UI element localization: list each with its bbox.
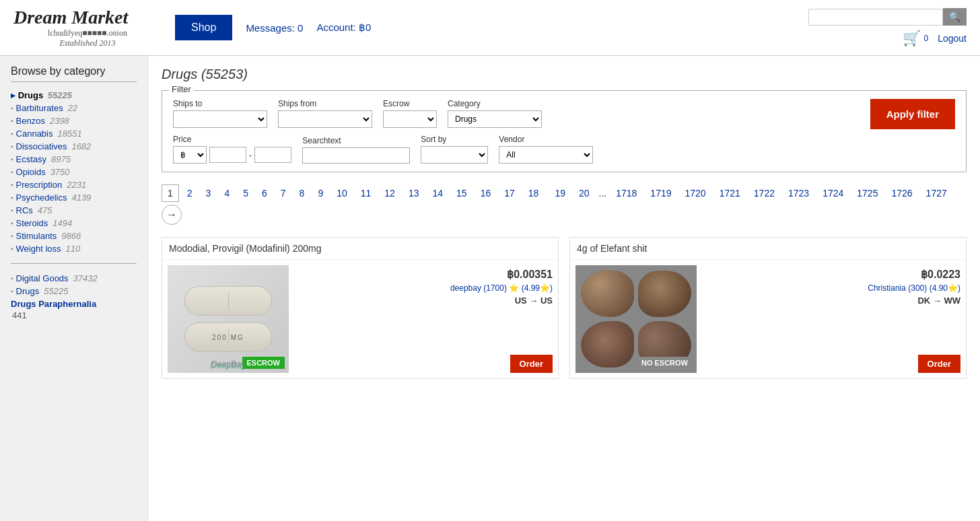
page-link-1719[interactable]: 1719	[645, 185, 676, 201]
price-min-input[interactable]	[209, 147, 246, 163]
sidebar-link-ecstasy[interactable]: Ecstasy	[16, 154, 47, 164]
sidebar-item-psychedelics[interactable]: ▪ Psychedelics 4139	[11, 191, 137, 204]
sidebar-link-opioids[interactable]: Opioids	[16, 167, 46, 177]
page-link-1725[interactable]: 1725	[851, 185, 883, 201]
sidebar-item-cannabis[interactable]: ▪ Cannabis 18551	[11, 127, 137, 140]
page-link-1722[interactable]: 1722	[748, 185, 780, 201]
bullet-icon: ▪	[11, 194, 13, 201]
sidebar-link-barbiturates[interactable]: Barbiturates	[16, 103, 63, 113]
sidebar-item-drugs-active[interactable]: Drugs 55225	[11, 89, 137, 102]
vendor-label: Vendor	[499, 135, 593, 144]
page-link-1723[interactable]: 1723	[783, 185, 814, 201]
product-title-1: Mododial, Provigil (Modafinil) 200mg	[162, 238, 558, 260]
ships-to-select[interactable]	[173, 110, 267, 128]
page-link-2[interactable]: 2	[182, 185, 198, 201]
page-link-17[interactable]: 17	[499, 185, 520, 201]
sidebar-count-stimulants: 9866	[61, 231, 81, 241]
sidebar-item-dissociatives[interactable]: ▪ Dissociatives 1682	[11, 140, 137, 153]
sort-by-field: Sort by	[421, 135, 488, 164]
sidebar-link-weightloss[interactable]: Weight loss	[16, 244, 61, 254]
sidebar-item-prescription[interactable]: ▪ Prescription 2231	[11, 178, 137, 191]
page-link-20[interactable]: 20	[573, 185, 595, 201]
sidebar-link-cannabis[interactable]: Cannabis	[16, 129, 53, 139]
page-link-7[interactable]: 7	[275, 185, 291, 201]
sidebar-link-prescription[interactable]: Prescription	[16, 180, 63, 190]
page-link-1721[interactable]: 1721	[714, 185, 746, 201]
search-button[interactable]: 🔍	[943, 8, 967, 26]
sort-by-select[interactable]	[421, 146, 488, 164]
page-link-4[interactable]: 4	[219, 185, 235, 201]
escrow-select[interactable]	[383, 110, 437, 128]
ships-from-label: Ships from	[278, 99, 372, 108]
page-link-12[interactable]: 12	[379, 185, 400, 201]
sidebar-link-steroids[interactable]: Steroids	[16, 218, 48, 228]
pagination-next-button[interactable]: →	[162, 205, 182, 225]
page-link-5[interactable]: 5	[238, 185, 254, 201]
product-shipping-2: DK → WW	[917, 296, 960, 306]
sidebar-item-rcs[interactable]: ▪ RCs 475	[11, 204, 137, 217]
sidebar-link-rcs[interactable]: RCs	[16, 205, 33, 215]
page-link-1727[interactable]: 1727	[921, 185, 952, 201]
filter-content: Ships to Ships from Escrow	[173, 99, 955, 164]
page-link-16[interactable]: 16	[475, 185, 497, 201]
sidebar-link-benzos[interactable]: Benzos	[16, 116, 45, 126]
sidebar-item-stimulants[interactable]: ▪ Stimulants 9866	[11, 230, 137, 242]
search-input[interactable]	[808, 9, 943, 26]
sidebar-link-digital-goods[interactable]: Digital Goods	[16, 273, 69, 283]
sidebar-count-drugs: 55225	[48, 90, 72, 100]
page-link-14[interactable]: 14	[427, 185, 448, 201]
bullet-icon: ▪	[11, 143, 13, 150]
searchtext-input[interactable]	[302, 147, 410, 164]
sidebar-item-ecstasy[interactable]: ▪ Ecstasy 8975	[11, 153, 137, 166]
vendor-link-1[interactable]: deepbay (1700)	[450, 283, 507, 293]
sidebar-link-stimulants[interactable]: Stimulants	[16, 231, 57, 241]
pill-text-bottom: 200 MG	[212, 334, 244, 341]
site-established: Established 2013	[13, 38, 162, 48]
category-select[interactable]: Drugs	[448, 110, 542, 128]
account-link[interactable]: Account: ฿0	[316, 22, 371, 34]
messages-link[interactable]: Messages: 0	[246, 22, 303, 34]
page-link-11[interactable]: 11	[355, 185, 377, 201]
filter-legend: Filter	[169, 84, 194, 94]
sidebar-item-steroids[interactable]: ▪ Steroids 1494	[11, 217, 137, 230]
vendor-link-2[interactable]: Christiania (300)	[868, 283, 927, 293]
sidebar-item-drugs-paraphernalia[interactable]: Drugs Paraphernalia	[11, 298, 137, 310]
sidebar-item-opioids[interactable]: ▪ Opioids 3750	[11, 166, 137, 178]
page-link-9[interactable]: 9	[312, 185, 328, 201]
sidebar-link-drugs-bottom[interactable]: Drugs	[16, 286, 40, 296]
page-link-8[interactable]: 8	[294, 185, 310, 201]
sidebar-item-benzos[interactable]: ▪ Benzos 2398	[11, 114, 137, 127]
sidebar-link-dissociatives[interactable]: Dissociatives	[16, 141, 67, 151]
page-link-13[interactable]: 13	[403, 185, 425, 201]
sidebar-link-drugs[interactable]: Drugs	[18, 90, 44, 100]
page-link-15[interactable]: 15	[451, 185, 473, 201]
price-max-input[interactable]	[254, 147, 291, 163]
product-grid: Mododial, Provigil (Modafinil) 200mg 200…	[162, 237, 967, 379]
sidebar-link-psychedelics[interactable]: Psychedelics	[16, 193, 67, 203]
sidebar-link-drugs-paraphernalia[interactable]: Drugs Paraphernalia	[11, 299, 96, 309]
sidebar-item-digital-goods[interactable]: ▪ Digital Goods 37432	[11, 272, 137, 285]
page-link-1[interactable]: 1	[162, 184, 179, 202]
page-link-18[interactable]: 18	[523, 185, 545, 201]
order-button-1[interactable]: Order	[510, 355, 553, 373]
sidebar-item-barbiturates[interactable]: ▪ Barbiturates 22	[11, 102, 137, 114]
apply-filter-button[interactable]: Apply filter	[870, 99, 955, 129]
shop-button[interactable]: Shop	[175, 15, 232, 40]
page-link-10[interactable]: 10	[331, 185, 353, 201]
page-link-1720[interactable]: 1720	[680, 185, 711, 201]
ships-from-select[interactable]	[278, 110, 372, 128]
page-link-3[interactable]: 3	[201, 185, 217, 201]
page-link-1718[interactable]: 1718	[610, 185, 642, 201]
sidebar: Browse by category Drugs 55225 ▪ Barbitu…	[0, 56, 148, 521]
price-currency-select[interactable]: ฿	[173, 146, 207, 164]
page-link-1726[interactable]: 1726	[886, 185, 917, 201]
sidebar-item-weightloss[interactable]: ▪ Weight loss 110	[11, 242, 137, 255]
page-link-19[interactable]: 19	[549, 185, 571, 201]
sidebar-item-drugs-bottom[interactable]: ▪ Drugs 55225	[11, 285, 137, 298]
logout-link[interactable]: Logout	[938, 33, 967, 44]
rock-3	[581, 321, 634, 368]
order-button-2[interactable]: Order	[918, 355, 960, 373]
page-link-6[interactable]: 6	[256, 185, 273, 201]
vendor-select[interactable]: All	[499, 146, 593, 164]
page-link-1724[interactable]: 1724	[817, 185, 849, 201]
